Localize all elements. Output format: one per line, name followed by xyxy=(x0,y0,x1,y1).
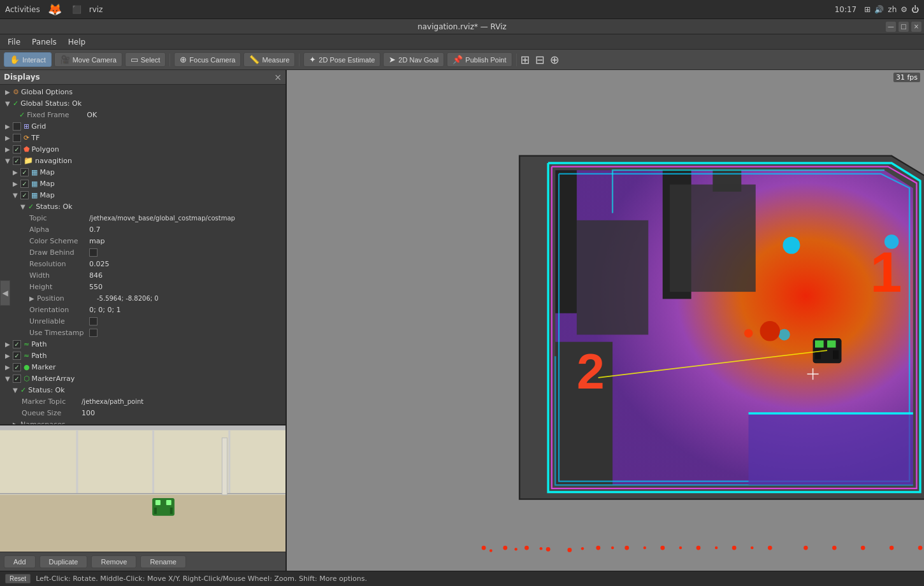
displays-close[interactable]: × xyxy=(274,72,282,82)
svg-rect-12 xyxy=(222,438,227,495)
expand-arrow-marker: ▶ xyxy=(5,364,11,371)
tree-namespaces[interactable]: ▶ Namespaces xyxy=(0,418,285,424)
expand-arrow-map1: ▶ xyxy=(13,169,19,176)
svg-rect-9 xyxy=(166,500,171,505)
svg-point-50 xyxy=(918,546,923,550)
remove-button[interactable]: Remove xyxy=(91,555,136,568)
svg-point-54 xyxy=(540,547,542,550)
status-hint: Left-Click: Rotate. Middle-Click: Move X… xyxy=(36,575,367,583)
svg-rect-14 xyxy=(287,70,924,571)
menu-panels[interactable]: Panels xyxy=(27,36,62,48)
pos-expand: ▶ xyxy=(29,295,36,302)
tree-polygon[interactable]: ▶ ⬟ Polygon xyxy=(0,143,285,155)
tf-checkbox[interactable] xyxy=(13,134,21,142)
expand-arrow-polygon: ▶ xyxy=(5,146,11,153)
rviz-icon: ⬛ xyxy=(72,5,82,14)
tree-tf[interactable]: ▶ ⟳ TF xyxy=(0,132,285,143)
svg-point-58 xyxy=(679,547,682,549)
rename-button[interactable]: Rename xyxy=(140,555,186,568)
expand-arrow-ma: ▼ xyxy=(5,375,11,382)
minimize-button[interactable]: — xyxy=(886,22,896,32)
menu-file[interactable]: File xyxy=(3,36,25,48)
path2-icon: ≈ xyxy=(24,352,29,360)
nav-checkbox[interactable] xyxy=(13,157,21,165)
tree-grid[interactable]: ▶ ⊞ Grid xyxy=(0,120,285,132)
polygon-checkbox[interactable] xyxy=(13,145,21,154)
tree-ma-topic: Marker Topic /jethexa/path_point xyxy=(0,396,285,407)
svg-marker-23 xyxy=(749,413,913,485)
expand-arrow: ▶ xyxy=(5,89,11,96)
extra-icon[interactable]: ⊕ xyxy=(550,53,559,66)
expand-arrow-tf: ▶ xyxy=(5,134,11,141)
add-button[interactable]: Add xyxy=(4,555,36,568)
tree-map2[interactable]: ▶ ▦ Map xyxy=(0,178,285,189)
svg-rect-11 xyxy=(170,508,173,514)
3d-view[interactable]: 1 2 xyxy=(287,70,924,571)
tree-global-status[interactable]: ▼ ✓ Global Status: Ok xyxy=(0,97,285,109)
tree-markerarray[interactable]: ▼ ⬡ MarkerArray xyxy=(0,373,285,384)
svg-marker-16 xyxy=(555,170,913,485)
nav-goal-button[interactable]: ➤ 2D Nav Goal xyxy=(383,52,444,67)
path2-checkbox[interactable] xyxy=(13,352,21,360)
svg-point-42 xyxy=(660,546,665,550)
map1-checkbox[interactable] xyxy=(20,168,29,176)
tree-map3[interactable]: ▼ ▦ Map xyxy=(0,189,285,201)
path1-checkbox[interactable] xyxy=(13,340,21,348)
svg-point-44 xyxy=(732,546,737,550)
expand-arrow-path1: ▶ xyxy=(5,341,11,348)
usetimestamp-checkbox[interactable] xyxy=(89,329,97,337)
close-button[interactable]: × xyxy=(911,22,921,32)
tree-map-alpha: Alpha 0.7 xyxy=(0,224,285,235)
markerarray-checkbox[interactable] xyxy=(13,375,21,383)
duplicate-button[interactable]: Duplicate xyxy=(40,555,88,568)
svg-rect-19 xyxy=(663,170,691,299)
unreliable-checkbox[interactable] xyxy=(89,317,97,325)
publish-point-button[interactable]: 📌 Publish Point xyxy=(447,52,512,67)
toolbar-sep-2 xyxy=(299,54,300,66)
tree-global-options[interactable]: ▶ ⚙ Global Options xyxy=(0,86,285,97)
draw-behind-checkbox[interactable] xyxy=(89,248,97,257)
activities-button[interactable]: Activities xyxy=(5,5,40,14)
tree-map-topic: Topic /jethexa/move_base/global_costmap/… xyxy=(0,212,285,224)
folder-icon: 📁 xyxy=(24,156,33,165)
toolbar-sep-1 xyxy=(170,54,170,66)
markerarray-icon: ⬡ xyxy=(24,375,30,383)
grid-checkbox[interactable] xyxy=(13,122,21,131)
tree-path2[interactable]: ▶ ≈ Path xyxy=(0,350,285,361)
tree-panel[interactable]: ▶ ⚙ Global Options ▼ ✓ Global Status: Ok… xyxy=(0,85,285,424)
select-button[interactable]: ▭ Select xyxy=(125,52,166,67)
reset-button[interactable]: Reset xyxy=(5,574,31,583)
firefox-icon: 🦊 xyxy=(48,3,62,16)
collapse-handle[interactable]: ◀ xyxy=(0,280,10,306)
tree-map-width: Width 846 xyxy=(0,269,285,281)
interact-icon: ✋ xyxy=(10,55,20,64)
tree-marker[interactable]: ▶ ● Marker xyxy=(0,361,285,373)
maximize-button[interactable]: □ xyxy=(899,22,909,32)
zoom-icon[interactable]: ⊟ xyxy=(535,53,545,66)
tree-map-unreliable: Unreliable xyxy=(0,315,285,327)
map3-checkbox[interactable] xyxy=(20,191,29,199)
measure-button[interactable]: 📏 Measure xyxy=(243,52,295,67)
menu-help[interactable]: Help xyxy=(63,36,90,48)
tree-navagition[interactable]: ▼ 📁 navagition xyxy=(0,155,285,166)
fps-counter: 31 fps xyxy=(893,73,920,82)
options-icon: ⚙ xyxy=(13,88,19,96)
axis-view-icon[interactable]: ⊞ xyxy=(521,53,530,66)
pose-icon: ✦ xyxy=(309,55,316,64)
interact-button[interactable]: ✋ Interact xyxy=(4,52,52,67)
marker-checkbox[interactable] xyxy=(13,363,21,371)
svg-point-24 xyxy=(783,237,800,254)
move-camera-button[interactable]: 🎥 Move Camera xyxy=(54,52,122,67)
svg-rect-3 xyxy=(76,430,78,494)
focus-camera-button[interactable]: ⊕ Focus Camera xyxy=(174,52,241,67)
3d-scene-svg: 1 2 xyxy=(287,70,924,571)
tree-path1[interactable]: ▶ ≈ Path xyxy=(0,338,285,350)
tree-map-position: ▶ Position -5.5964; -8.8206; 0 xyxy=(0,292,285,304)
map2-checkbox[interactable] xyxy=(20,180,29,188)
tree-map1[interactable]: ▶ ▦ Map xyxy=(0,166,285,178)
svg-rect-21 xyxy=(577,220,648,335)
svg-point-59 xyxy=(715,547,718,549)
svg-rect-20 xyxy=(712,170,741,192)
system-tray: ⊞ 🔊 zh ⚙ ⏻ xyxy=(864,5,919,14)
pose-estimate-button[interactable]: ✦ 2D Pose Estimate xyxy=(303,52,380,67)
